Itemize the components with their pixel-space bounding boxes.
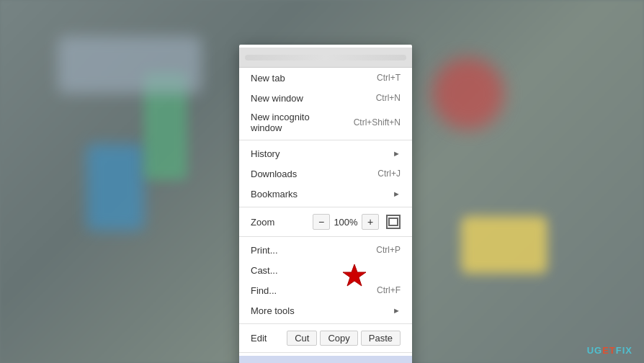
new-incognito-label: New incognito window [251, 112, 342, 133]
bg-shape-blue [86, 144, 144, 230]
menu-item-print[interactable]: Print... Ctrl+P [239, 240, 412, 260]
history-arrow-icon: ► [393, 149, 401, 158]
downloads-label: Downloads [251, 169, 366, 179]
bookmarks-arrow-icon: ► [393, 189, 401, 198]
more-tools-arrow-icon: ► [393, 306, 401, 315]
menu-item-history[interactable]: History ► [239, 143, 412, 163]
divider-2 [239, 207, 412, 207]
menu-item-edit: Edit Cut Copy Paste [239, 327, 412, 349]
divider-3 [239, 236, 412, 237]
bookmarks-label: Bookmarks [251, 189, 387, 200]
menu-titlebar [239, 48, 412, 68]
print-shortcut: Ctrl+P [376, 245, 401, 255]
settings-label: Settings [251, 361, 401, 364]
menu-item-new-window[interactable]: New window Ctrl+N [239, 88, 412, 108]
history-label: History [251, 148, 387, 159]
divider-5 [239, 352, 412, 353]
menu-item-zoom: Zoom − 100% + [239, 210, 412, 233]
menu-item-settings[interactable]: Settings [239, 356, 412, 363]
zoom-fullscreen-button[interactable] [386, 215, 401, 229]
bg-shape-red [432, 58, 504, 130]
menu-item-cast[interactable]: Cast... [239, 260, 412, 280]
svg-rect-0 [389, 218, 398, 225]
fullscreen-icon [388, 218, 398, 226]
edit-label: Edit [251, 333, 284, 344]
find-shortcut: Ctrl+F [377, 285, 401, 295]
bg-shape-yellow [461, 216, 547, 274]
zoom-controls: − 100% + [313, 214, 401, 230]
zoom-plus-button[interactable]: + [362, 214, 379, 230]
zoom-label: Zoom [251, 217, 313, 228]
zoom-value: 100% [333, 217, 359, 228]
new-tab-shortcut: Ctrl+T [377, 73, 401, 83]
cast-label: Cast... [251, 265, 401, 276]
menu-item-more-tools[interactable]: More tools ► [239, 300, 412, 321]
menu-item-find[interactable]: Find... Ctrl+F [239, 280, 412, 300]
divider-4 [239, 323, 412, 324]
paste-button[interactable]: Paste [361, 331, 401, 346]
menu-item-new-tab[interactable]: New tab Ctrl+T [239, 68, 412, 88]
bg-shape-gray [58, 36, 202, 94]
menu-item-downloads[interactable]: Downloads Ctrl+J [239, 163, 412, 184]
watermark-text3: FIX [616, 345, 632, 356]
watermark: UGETFIX [587, 345, 632, 356]
print-label: Print... [251, 245, 365, 256]
copy-button[interactable]: Copy [320, 331, 357, 346]
watermark-text2: ET [602, 345, 616, 356]
zoom-minus-button[interactable]: − [313, 214, 330, 230]
new-window-label: New window [251, 93, 365, 104]
new-tab-label: New tab [251, 73, 365, 84]
divider-1 [239, 140, 412, 140]
titlebar-bar [245, 55, 406, 60]
menu-item-bookmarks[interactable]: Bookmarks ► [239, 184, 412, 204]
menu-item-new-incognito[interactable]: New incognito window Ctrl+Shift+N [239, 108, 412, 137]
new-incognito-shortcut: Ctrl+Shift+N [354, 117, 401, 127]
downloads-shortcut: Ctrl+J [377, 169, 401, 179]
context-menu: New tab Ctrl+T New window Ctrl+N New inc… [239, 45, 412, 363]
more-tools-label: More tools [251, 305, 387, 316]
watermark-text1: UG [587, 345, 603, 356]
find-label: Find... [251, 285, 365, 296]
cut-button[interactable]: Cut [287, 331, 317, 346]
new-window-shortcut: Ctrl+N [376, 93, 401, 103]
